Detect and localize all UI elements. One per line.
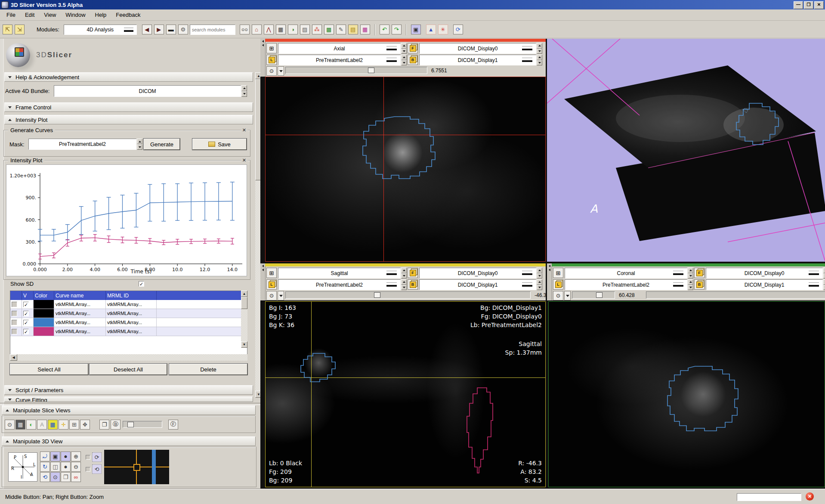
- fg-opacity-icon[interactable]: Ⓕ: [168, 420, 178, 430]
- zoom-out-icon[interactable]: ⊖: [71, 462, 81, 472]
- slice-link-icon[interactable]: ⊞: [266, 268, 277, 278]
- combo-menu-icon[interactable]: [673, 285, 683, 287]
- menu-item-help[interactable]: Help: [90, 10, 111, 19]
- fiducial-point-icon[interactable]: ▲: [426, 25, 436, 34]
- ortho-cube-icon[interactable]: ◫: [50, 462, 60, 472]
- spin-down-icon[interactable]: [241, 91, 247, 97]
- coronal-foreground-spinner[interactable]: [823, 268, 825, 278]
- save-button[interactable]: Save: [192, 139, 247, 150]
- error-indicator-icon[interactable]: ✕: [806, 492, 814, 501]
- section-intensity-plot[interactable]: Intensity Plot: [4, 115, 253, 124]
- visibility-eye-icon[interactable]: ⊙: [553, 291, 563, 300]
- modules-combo[interactable]: 4D Analysis: [64, 25, 137, 35]
- section-curve-fitting[interactable]: Curve Fitting: [4, 396, 253, 402]
- spin-up-icon[interactable]: [401, 43, 407, 49]
- coronal-background-spinner[interactable]: [823, 279, 825, 290]
- row-visible-checkbox[interactable]: ✓: [23, 329, 29, 334]
- spin-up-icon[interactable]: [823, 279, 825, 285]
- spin-up-icon[interactable]: [241, 85, 247, 91]
- mask-combo[interactable]: PreTreatmentLabel2: [28, 139, 136, 150]
- bg-layer-icon[interactable]: B: [408, 55, 418, 65]
- section-script-parameters[interactable]: Script / Parameters: [4, 385, 253, 395]
- curve-name-cell[interactable]: vtkMRMLArray...: [54, 309, 106, 318]
- slice-grid-cross-icon[interactable]: ⊞: [69, 420, 79, 430]
- spin-up-icon[interactable]: [537, 268, 542, 273]
- fg-layer-icon[interactable]: F: [694, 268, 704, 278]
- nav-slice-bar[interactable]: [152, 450, 156, 484]
- active-bundle-combo[interactable]: DICOM: [54, 85, 241, 97]
- spin-down-icon[interactable]: [401, 273, 407, 279]
- maximize-button[interactable]: ❐: [804, 1, 813, 9]
- axial-label-combo[interactable]: PreTreatmentLabel2: [278, 55, 401, 65]
- threed-view[interactable]: A: [547, 39, 825, 262]
- curve-color-swatch[interactable]: [34, 327, 54, 336]
- coronal-foreground-combo[interactable]: DICOM_Display0: [706, 268, 823, 278]
- table-header-select[interactable]: [10, 291, 22, 300]
- table-row[interactable]: ✓vtkMRMLArray...vtkMRMLArray...: [10, 318, 247, 327]
- row-visible-checkbox[interactable]: ✓: [23, 320, 29, 325]
- bg-layer-icon[interactable]: B: [694, 279, 704, 290]
- axial-label-spinner[interactable]: [401, 55, 407, 65]
- mrml-id-cell[interactable]: vtkMRMLArray...: [106, 318, 157, 327]
- zoom-in-icon[interactable]: ⊕: [71, 451, 81, 461]
- curve-name-cell[interactable]: vtkMRMLArray...: [54, 318, 106, 327]
- spin-down-icon[interactable]: [688, 285, 693, 291]
- mrml-id-cell[interactable]: vtkMRMLArray...: [106, 309, 157, 318]
- spin-up-icon[interactable]: [688, 279, 693, 285]
- bg-layer-icon[interactable]: B: [408, 279, 418, 290]
- slider-handle[interactable]: [374, 292, 380, 298]
- curve-color-swatch[interactable]: [34, 300, 54, 309]
- section-manipulate-3d-view[interactable]: Manipulate 3D View: [2, 436, 256, 446]
- slice-grid-icon[interactable]: ▦: [15, 420, 25, 430]
- label-layer-icon[interactable]: L: [553, 279, 563, 290]
- combo-menu-icon[interactable]: [673, 273, 683, 275]
- table-row[interactable]: ✓vtkMRMLArray...vtkMRMLArray...: [10, 309, 247, 318]
- coronal-slice-view[interactable]: [548, 301, 825, 487]
- table-header-MRML ID[interactable]: MRML ID: [106, 291, 157, 300]
- coronal-orientation-combo[interactable]: Coronal: [565, 268, 687, 278]
- spin-down-icon[interactable]: [537, 49, 542, 54]
- mask-spinner[interactable]: [137, 139, 142, 150]
- rotate-view-icon[interactable]: ⤾: [40, 451, 50, 461]
- slider-menu-icon[interactable]: [278, 291, 284, 300]
- coronal-label-combo[interactable]: PreTreatmentLabel2: [565, 279, 687, 290]
- table-header-Curve name[interactable]: Curve name: [54, 291, 106, 300]
- delete-button[interactable]: Delete: [169, 364, 247, 375]
- roll-view-icon[interactable]: ↻: [40, 462, 50, 472]
- fg-layer-icon[interactable]: F: [408, 43, 418, 53]
- slider-menu-icon[interactable]: [278, 66, 284, 76]
- table-hscrollbar[interactable]: ◀: [10, 354, 247, 361]
- mrml-id-cell[interactable]: vtkMRMLArray...: [106, 300, 157, 309]
- slice-pan-icon[interactable]: ✥: [80, 420, 90, 430]
- curve-name-cell[interactable]: vtkMRMLArray...: [54, 327, 106, 336]
- transforms-pencil-icon[interactable]: ✎: [336, 25, 346, 34]
- combo-menu-icon[interactable]: [386, 49, 397, 50]
- table-header-V[interactable]: V: [22, 291, 34, 300]
- curve-name-cell[interactable]: vtkMRMLArray...: [54, 300, 106, 309]
- coronal-slice-offset-slider[interactable]: [572, 291, 615, 299]
- stereo-layers-icon[interactable]: ❐: [61, 472, 71, 482]
- row-select-checkbox[interactable]: [12, 320, 17, 325]
- undo-icon[interactable]: ↶: [380, 25, 389, 34]
- curve-color-swatch[interactable]: [34, 318, 54, 327]
- orientation-axes-widget[interactable]: PSLRIA: [8, 452, 37, 482]
- combo-menu-icon[interactable]: [124, 30, 133, 32]
- visibility-eye-icon[interactable]: ⊙: [266, 291, 277, 300]
- module-settings-gear-icon[interactable]: ⚙: [178, 25, 188, 34]
- module-history-icon[interactable]: ▬: [166, 25, 176, 34]
- sagittal-orientation-spinner[interactable]: [401, 268, 407, 278]
- ruler-icon[interactable]: ▤: [348, 25, 358, 34]
- row-select-checkbox[interactable]: [12, 311, 17, 316]
- axial-background-combo[interactable]: DICOM_Display1: [419, 55, 536, 65]
- spin-down-icon[interactable]: [137, 144, 142, 150]
- select-all-button[interactable]: Select All: [10, 364, 88, 375]
- combo-menu-icon[interactable]: [522, 285, 532, 287]
- slice-link-icon[interactable]: ⊞: [553, 268, 563, 278]
- slider-handle[interactable]: [368, 68, 374, 73]
- spin-up-icon[interactable]: [401, 55, 407, 60]
- coronal-slider-extension[interactable]: [646, 291, 825, 299]
- label-layer-icon[interactable]: L: [266, 279, 277, 290]
- sagittal-foreground-combo[interactable]: DICOM_Display0: [419, 268, 536, 278]
- label-layer-icon[interactable]: L: [266, 55, 277, 65]
- rotate-ccw-toggle-icon[interactable]: ⟲: [92, 464, 102, 474]
